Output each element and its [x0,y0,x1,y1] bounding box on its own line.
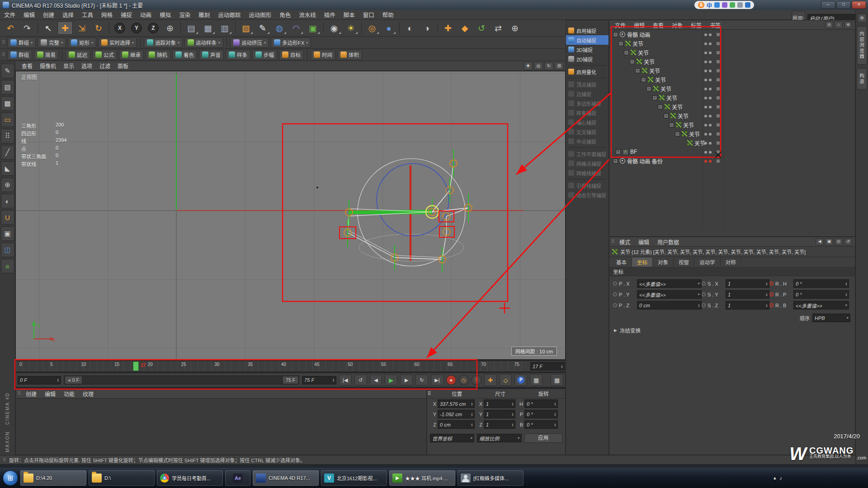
material-menu-function[interactable]: 功能 [60,390,78,398]
am-menu-mode[interactable]: 模式 [616,238,634,246]
viewport-toggle-icon[interactable]: ⊞ [555,62,564,70]
camera-button[interactable]: ◉ [326,21,342,35]
swap-ab-button[interactable]: ⇄ [491,21,506,35]
expander-icon[interactable]: − [635,68,640,73]
snap-midpoint-item[interactable]: 中点捕捉 [566,136,609,146]
tree-joint-row[interactable]: −关节 [609,75,855,84]
viewport-menu-display[interactable]: 显示 [60,62,78,70]
viewport-menu-view[interactable]: 查看 [18,62,36,70]
visibility-dots[interactable] [704,87,720,90]
order-dropdown[interactable]: HPB▾ [812,314,850,322]
add-cube-button[interactable]: ▧ [238,21,254,35]
taskbar-item-cinema4d[interactable]: CINEMA 4D R17... [253,470,319,486]
snap-polygon-item[interactable]: 多边形捕捉 [566,99,609,108]
next-frame-button[interactable]: ▶ [400,375,413,385]
om-menu-view[interactable]: 查看 [649,21,667,29]
range-end-handle[interactable]: 75 F [283,376,298,384]
y-axis-lock-button[interactable]: Y [129,21,144,35]
snap-intersection-item[interactable]: 交叉捕捉 [566,127,609,136]
om-menu-tags[interactable]: 标签 [687,21,705,29]
menu-help[interactable]: 帮助 [378,10,398,19]
visibility-dots[interactable] [704,78,720,81]
step-effector-button[interactable]: 步幅 [252,50,277,60]
texture-mode-icon[interactable]: ▩ [1,96,14,111]
menu-file[interactable]: 文件 [0,10,19,19]
expander-icon[interactable]: − [641,77,646,82]
expander-icon[interactable]: + [613,159,618,164]
record-position-toggle[interactable]: ✚ [484,374,497,386]
am-menu-userdata[interactable]: 用户数据 [654,238,683,246]
tree-joint-row[interactable]: 关节 [609,138,855,147]
menu-select[interactable]: 选择 [58,10,78,19]
am-menu-edit[interactable]: 编辑 [635,238,653,246]
workplane-mode-icon[interactable]: ▭ [1,113,14,127]
keyframe-dot[interactable] [702,303,706,307]
keyframe-dot-red[interactable] [769,303,774,307]
enable-axis-icon[interactable]: ⊕ [1,178,14,192]
material-menu-create[interactable]: 创建 [22,390,40,398]
tree-joint-row[interactable]: −关节 [609,129,855,138]
visibility-dots[interactable] [704,51,720,54]
ime-keyboard-icon[interactable] [730,2,735,8]
redo-button[interactable]: ↷ [19,21,35,35]
start-button[interactable]: ⊞ [3,470,18,486]
snap-vertex-item[interactable]: 顶点捕捉 [566,80,609,89]
px-field[interactable]: <<多重值>>▾ [637,279,702,288]
expander-icon[interactable]: − [624,50,629,55]
rotation-h-field[interactable]: 0 °▴▾ [524,399,558,408]
snap-3d-item[interactable]: 3D捕捉 [566,45,609,54]
move-tool[interactable]: ✚ [57,21,73,35]
palette-grip-icon[interactable]: ⠿ [2,51,5,59]
snap-dynamic-guide-item[interactable]: 动态引导捕捉 [566,190,609,200]
panel-grip-icon[interactable]: ⠿ [18,389,21,398]
ime-toolbox-icon[interactable] [745,2,750,8]
polyfx-button[interactable]: 多边形FX▾ [271,38,311,48]
keyframe-dot[interactable] [613,303,617,307]
deformer-button[interactable]: ◠ [288,21,304,35]
random-effector-button[interactable]: 随机 [146,50,170,60]
coordinates-section-header[interactable]: 坐标 [609,267,855,276]
menu-motion-tracker[interactable]: 运动跟踪 [214,10,245,19]
visibility-dots[interactable] [704,123,720,127]
light-button[interactable]: ☀ [343,21,359,35]
snap-gridline-item[interactable]: 网格线捕捉 [566,168,609,178]
make-editable-icon[interactable]: ✎ [1,64,14,78]
om-menu-objects[interactable]: 对象 [668,21,686,29]
tab-kinematics[interactable]: 运动学 [694,258,721,267]
reset-psr-button[interactable]: ↺ [474,21,489,35]
om-search-icon[interactable]: ◎ [825,21,833,28]
time-effector-button[interactable]: 时间 [311,50,335,60]
tree-joint-row[interactable]: −关节 [609,84,855,93]
size-y-field[interactable]: 1▴▾ [484,410,515,418]
viewport-rotate-icon[interactable]: ↻ [544,62,553,70]
snap-guide-item[interactable]: 引导线捕捉 [566,181,609,190]
play-reverse-button[interactable]: ↺ [354,375,367,385]
menu-simulate[interactable]: 模拟 [156,10,175,19]
tree-joint-row[interactable]: −关节 [609,57,855,66]
visibility-dots-off[interactable] [704,160,720,163]
plain-effector-button[interactable]: 简易 [34,50,59,60]
menu-plugins[interactable]: 插件 [320,10,340,19]
keyframe-dot[interactable] [702,282,706,286]
menu-character[interactable]: 角色 [275,10,295,19]
taskbar-item-media-player[interactable]: ▶ ★★★ 耳机.mp4 ... [389,470,455,486]
minimize-button[interactable]: ─ [821,1,835,9]
keyframe-selection-button[interactable]: ? [472,375,481,385]
position-x-field[interactable]: 337.576 cm▴▾ [438,399,475,408]
expander-icon[interactable]: − [652,95,657,100]
cloner-button[interactable]: ▣ [305,21,321,35]
menu-sculpt[interactable]: 雕刻 [194,10,214,19]
tree-root-row[interactable]: − 骨骼 动画 [609,30,855,39]
render-settings-button[interactable]: ▥ [217,21,232,35]
start-frame-field[interactable]: 0 F ▴▾ [18,376,61,385]
edges-mode-icon[interactable]: ╱ [1,145,14,160]
dock-icon[interactable]: ⊕ [858,14,867,23]
ime-bar[interactable]: S 中 [694,1,754,9]
panel-grip-icon[interactable]: ⠿ [611,238,615,246]
keyframe-dot-red[interactable] [769,292,774,296]
visibility-dots[interactable] [704,33,720,36]
frame-range-slider[interactable]: ◀0 F 75 F [64,375,300,385]
spline-pen-button[interactable]: ✎ [255,21,270,35]
sy-field[interactable]: 1▴▾ [726,290,769,299]
taskbar-item-after-effects[interactable]: Ae [225,470,250,486]
